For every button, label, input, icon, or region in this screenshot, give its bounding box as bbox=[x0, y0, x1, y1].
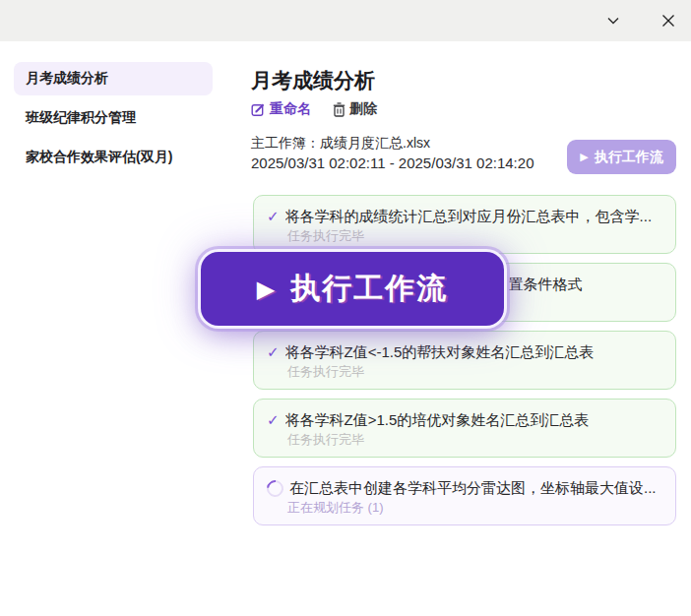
trash-icon bbox=[333, 102, 346, 117]
task-text: 置条件格式 bbox=[509, 275, 583, 293]
run-workflow-overlay-button[interactable]: ▶ 执行工作流 bbox=[201, 252, 504, 326]
task-card[interactable]: ✓ 将各学科的成绩统计汇总到对应月份汇总表中，包含学... 任务执行完毕 bbox=[253, 195, 676, 254]
task-status: 正在规划任务 (1) bbox=[287, 500, 662, 516]
play-icon: ▶ bbox=[580, 152, 588, 162]
close-icon bbox=[660, 13, 676, 29]
chevron-down-icon bbox=[604, 12, 622, 30]
task-status: 任务执行完毕 bbox=[287, 364, 662, 380]
task-list: ✓ 将各学科的成绩统计汇总到对应月份汇总表中，包含学... 任务执行完毕 ✓ 置… bbox=[253, 195, 676, 525]
delete-button[interactable]: 删除 bbox=[333, 100, 377, 118]
sidebar-item-monthly-exam-analysis[interactable]: 月考成绩分析 bbox=[14, 62, 213, 95]
task-text: 将各学科的成绩统计汇总到对应月份汇总表中，包含学... bbox=[285, 207, 653, 225]
task-status: 任务执行完毕 bbox=[287, 432, 662, 448]
task-text: 将各学科Z值<-1.5的帮扶对象姓名汇总到汇总表 bbox=[285, 342, 595, 361]
action-bar: 重命名 删除 bbox=[251, 100, 377, 118]
rename-label: 重命名 bbox=[270, 100, 311, 118]
task-card[interactable]: ✓ 将各学科Z值<-1.5的帮扶对象姓名汇总到汇总表 任务执行完毕 bbox=[253, 331, 676, 390]
spinner-icon bbox=[264, 477, 287, 501]
workbook-info: 主工作簿：成绩月度汇总.xlsx bbox=[251, 135, 430, 153]
sidebar-item-class-discipline-points[interactable]: 班级纪律积分管理 bbox=[14, 101, 213, 135]
check-icon: ✓ bbox=[267, 410, 280, 429]
sidebar-item-label: 班级纪律积分管理 bbox=[26, 109, 136, 127]
task-status: 任务执行完毕 bbox=[287, 228, 662, 244]
sidebar: 月考成绩分析 班级纪律积分管理 家校合作效果评估(双月) bbox=[14, 62, 213, 180]
sidebar-item-label: 月考成绩分析 bbox=[26, 70, 108, 88]
run-workflow-label: 执行工作流 bbox=[595, 149, 663, 166]
titlebar bbox=[0, 0, 691, 41]
minimize-button[interactable] bbox=[600, 8, 626, 33]
check-icon: ✓ bbox=[267, 207, 280, 225]
run-workflow-button[interactable]: ▶ 执行工作流 bbox=[567, 140, 676, 174]
check-icon: ✓ bbox=[267, 342, 280, 361]
page-title: 月考成绩分析 bbox=[251, 67, 375, 94]
task-card[interactable]: ✓ 将各学科Z值>1.5的培优对象姓名汇总到汇总表 任务执行完毕 bbox=[253, 399, 676, 458]
rename-button[interactable]: 重命名 bbox=[251, 100, 311, 118]
time-range: 2025/03/31 02:02:11 - 2025/03/31 02:14:2… bbox=[251, 154, 534, 171]
run-workflow-overlay-label: 执行工作流 bbox=[290, 269, 448, 309]
sidebar-item-label: 家校合作效果评估(双月) bbox=[26, 149, 172, 166]
pencil-square-icon bbox=[251, 102, 266, 117]
delete-label: 删除 bbox=[349, 100, 377, 118]
task-card[interactable]: 在汇总表中创建各学科平均分雷达图，坐标轴最大值设... 正在规划任务 (1) bbox=[253, 466, 676, 525]
task-text: 在汇总表中创建各学科平均分雷达图，坐标轴最大值设... bbox=[289, 478, 657, 497]
play-icon: ▶ bbox=[257, 277, 275, 301]
close-button[interactable] bbox=[656, 8, 681, 33]
sidebar-item-home-school-evaluation[interactable]: 家校合作效果评估(双月) bbox=[14, 141, 213, 174]
task-text: 将各学科Z值>1.5的培优对象姓名汇总到汇总表 bbox=[285, 410, 590, 429]
